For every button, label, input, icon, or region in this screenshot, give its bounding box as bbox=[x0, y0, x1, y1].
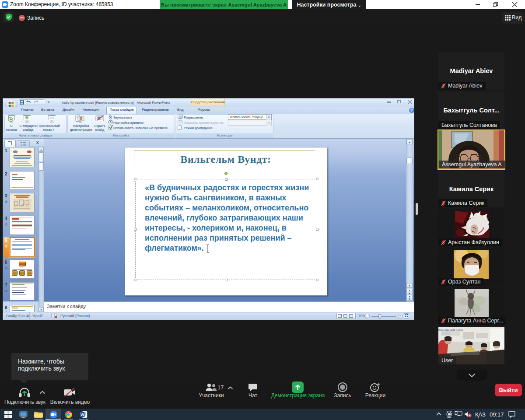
svg-text:W: W bbox=[80, 413, 84, 417]
svg-text:Мины 2021-2025 учебны: Мины 2021-2025 учебны bbox=[438, 329, 463, 331]
